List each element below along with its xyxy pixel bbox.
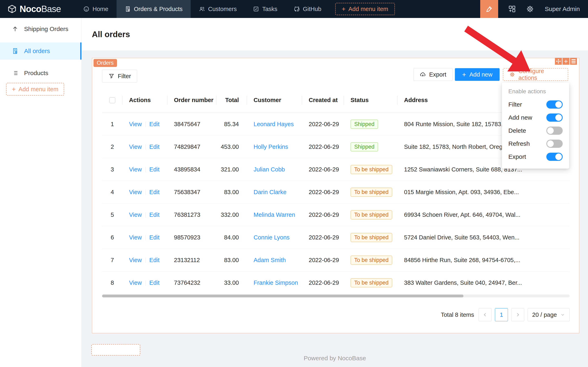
- sidebar-item-shipping-orders[interactable]: Shipping Orders: [0, 20, 82, 38]
- nav-item-customers[interactable]: Customers: [191, 0, 245, 18]
- edit-link[interactable]: Edit: [149, 121, 160, 127]
- row-actions: ViewEdit: [123, 189, 168, 196]
- status-badge: Shipped: [351, 142, 378, 151]
- export-button[interactable]: Export: [413, 68, 453, 81]
- status-badge: To be shipped: [351, 165, 392, 174]
- chevron-right-icon: [515, 312, 521, 317]
- customer-link[interactable]: Connie Lyons: [253, 234, 289, 241]
- dropdown-item-export[interactable]: Export: [502, 150, 569, 163]
- add-new-toggle[interactable]: [546, 114, 563, 122]
- file-done-icon: [12, 48, 18, 54]
- prev-page-button[interactable]: [479, 308, 492, 321]
- view-link[interactable]: View: [129, 143, 142, 150]
- sidebar-item-label: Shipping Orders: [24, 25, 68, 33]
- row-actions: ViewEdit: [123, 211, 168, 218]
- sidebar-item-label: All orders: [24, 48, 50, 55]
- view-link[interactable]: View: [129, 121, 142, 127]
- user-menu[interactable]: Super Admin: [545, 6, 580, 12]
- status-badge: To be shipped: [351, 188, 392, 197]
- plugin-manager-icon[interactable]: [508, 5, 516, 13]
- customer-link[interactable]: Darin Clarke: [253, 189, 286, 195]
- scrollbar-thumb[interactable]: [102, 294, 463, 297]
- row-index: 6: [102, 234, 123, 241]
- order-number-cell: 43895834: [168, 166, 216, 173]
- refresh-toggle[interactable]: [546, 140, 563, 148]
- edit-link[interactable]: Edit: [149, 189, 160, 195]
- status-badge: To be shipped: [351, 210, 392, 219]
- view-link[interactable]: View: [129, 279, 142, 286]
- nocobase-logo[interactable]: NocoBase: [7, 4, 61, 14]
- team-icon: [199, 6, 205, 12]
- status-badge: To be shipped: [351, 256, 392, 265]
- page-1-button[interactable]: 1: [495, 308, 508, 321]
- arrow-up-icon: [12, 26, 18, 32]
- edit-link[interactable]: Edit: [149, 143, 160, 150]
- sidebar-add-menu-item-label: Add menu item: [19, 86, 59, 93]
- view-link[interactable]: View: [129, 257, 142, 263]
- nav-item-orders-products[interactable]: Orders & Products: [117, 0, 191, 18]
- configure-actions-button[interactable]: Configure actions: [503, 68, 568, 81]
- edit-link[interactable]: Edit: [149, 166, 160, 173]
- col-header-order-number: Order number: [168, 88, 216, 112]
- view-link[interactable]: View: [129, 234, 142, 241]
- settings-gear-icon[interactable]: [526, 5, 534, 13]
- edit-link[interactable]: Edit: [149, 279, 160, 286]
- view-link[interactable]: View: [129, 166, 142, 173]
- order-number-cell: 73764232: [168, 279, 216, 286]
- edit-link[interactable]: Edit: [149, 234, 160, 241]
- add-block-button[interactable]: + Add block: [91, 344, 140, 356]
- next-page-button[interactable]: [511, 308, 524, 321]
- customer-cell: Frankie Simpson: [247, 279, 302, 286]
- nav-add-menu-item-button[interactable]: + Add menu item: [335, 3, 395, 15]
- created-at-cell: 2022-06-29: [302, 257, 344, 264]
- dropdown-item-filter[interactable]: Filter: [502, 98, 569, 111]
- dropdown-item-add-new[interactable]: Add new: [502, 111, 569, 124]
- nav-item-home[interactable]: Home: [75, 0, 116, 18]
- delete-toggle[interactable]: [546, 126, 563, 135]
- drag-handle-icon[interactable]: [555, 58, 562, 65]
- customer-cell: Darin Clarke: [247, 189, 302, 196]
- customer-cell: Leonard Hayes: [247, 121, 302, 128]
- dropdown-title: Enable actions: [502, 86, 569, 98]
- ui-editor-button[interactable]: [480, 0, 498, 18]
- enable-actions-dropdown: Enable actions Filter Add new Delete Ref…: [502, 83, 569, 169]
- status-badge: To be shipped: [351, 233, 392, 242]
- dropdown-item-label: Export: [508, 153, 526, 160]
- add-block-icon[interactable]: +: [563, 58, 569, 65]
- nav-item-github[interactable]: GitHub: [286, 0, 329, 18]
- filter-toggle[interactable]: [546, 100, 563, 108]
- export-toggle[interactable]: [546, 153, 563, 161]
- add-new-button[interactable]: + Add new: [455, 68, 500, 81]
- dropdown-item-delete[interactable]: Delete: [502, 124, 569, 137]
- customer-link[interactable]: Leonard Hayes: [253, 121, 294, 127]
- customer-cell: Holly Perkins: [247, 143, 302, 150]
- view-link[interactable]: View: [129, 189, 142, 195]
- total-cell: 84.00: [216, 234, 247, 241]
- sidebar-add-menu-item-button[interactable]: + Add menu item: [6, 83, 64, 96]
- sidebar-item-products[interactable]: Products: [0, 65, 82, 82]
- page-size-select[interactable]: 20 / page: [528, 308, 570, 321]
- total-cell: 321.00: [216, 166, 247, 173]
- file-done-icon: [125, 6, 131, 12]
- customer-link[interactable]: Adam Smith: [253, 257, 286, 263]
- filter-button-label: Filter: [118, 73, 131, 80]
- customer-cell: Connie Lyons: [247, 234, 302, 241]
- customer-link[interactable]: Melinda Warren: [253, 211, 295, 218]
- dropdown-item-label: Delete: [508, 127, 526, 134]
- nav-item-tasks[interactable]: Tasks: [245, 0, 286, 18]
- edit-link[interactable]: Edit: [149, 211, 160, 218]
- export-button-label: Export: [429, 71, 446, 78]
- table-row: 7 ViewEdit 23132112 83.00 Adam Smith 202…: [102, 249, 570, 271]
- block-menu-icon[interactable]: [570, 58, 577, 65]
- edit-link[interactable]: Edit: [149, 257, 160, 263]
- dropdown-item-refresh[interactable]: Refresh: [502, 137, 569, 150]
- customer-link[interactable]: Frankie Simpson: [253, 279, 298, 286]
- customer-link[interactable]: Julian Cobb: [253, 166, 285, 173]
- table-row: 6 ViewEdit 98570923 84.00 Connie Lyons 2…: [102, 226, 570, 249]
- view-link[interactable]: View: [129, 211, 142, 218]
- sidebar-item-all-orders[interactable]: All orders: [0, 42, 82, 60]
- row-index: 8: [102, 279, 123, 286]
- filter-button[interactable]: Filter: [102, 70, 137, 83]
- select-all-checkbox[interactable]: [109, 97, 115, 103]
- customer-link[interactable]: Holly Perkins: [253, 143, 288, 150]
